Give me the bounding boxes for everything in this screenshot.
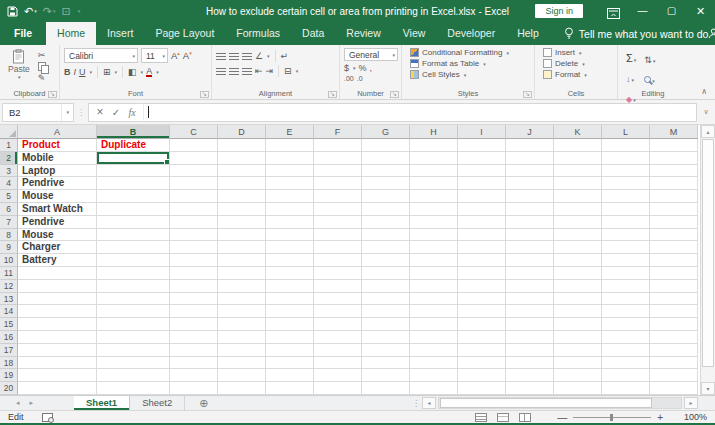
macro-record-icon[interactable] xyxy=(42,413,53,422)
cell-G2[interactable] xyxy=(362,152,410,165)
column-header-G[interactable]: G xyxy=(362,125,410,139)
cell-D13[interactable] xyxy=(218,293,266,306)
cell-K9[interactable] xyxy=(554,241,602,254)
cell-K4[interactable] xyxy=(554,177,602,190)
clipboard-dialog-launcher-icon[interactable]: ↘ xyxy=(48,91,57,98)
formula-bar-splitter[interactable]: ⋮ xyxy=(77,108,85,117)
column-header-M[interactable]: M xyxy=(650,125,698,139)
font-color-icon[interactable]: A xyxy=(146,67,152,77)
paste-button[interactable]: Paste ▾ xyxy=(4,48,34,83)
cell-I5[interactable] xyxy=(458,190,506,203)
cell-B14[interactable] xyxy=(97,305,170,318)
cell-J1[interactable] xyxy=(506,139,554,152)
cell-E1[interactable] xyxy=(266,139,314,152)
cell-A4[interactable]: Pendrive xyxy=(18,177,97,190)
cell-D19[interactable] xyxy=(218,369,266,382)
tab-developer[interactable]: Developer xyxy=(436,22,506,45)
cell-A6[interactable]: Smart Watch xyxy=(18,203,97,216)
new-sheet-icon[interactable]: ⊕ xyxy=(199,396,208,410)
column-header-D[interactable]: D xyxy=(218,125,266,139)
cell-M1[interactable] xyxy=(650,139,698,152)
cell-H7[interactable] xyxy=(410,216,458,229)
cell-D11[interactable] xyxy=(218,267,266,280)
cell-F7[interactable] xyxy=(314,216,362,229)
cut-icon[interactable]: ✂ xyxy=(38,50,46,60)
cell-A5[interactable]: Mouse xyxy=(18,190,97,203)
cell-D4[interactable] xyxy=(218,177,266,190)
row-header-20[interactable]: 20 xyxy=(0,382,18,395)
zoom-level[interactable]: 100% xyxy=(677,412,707,422)
sheet-tab-sheet2[interactable]: Sheet2 xyxy=(130,396,185,410)
cell-E4[interactable] xyxy=(266,177,314,190)
cell-I14[interactable] xyxy=(458,305,506,318)
cell-F18[interactable] xyxy=(314,357,362,370)
cell-A13[interactable] xyxy=(18,293,97,306)
cell-M12[interactable] xyxy=(650,280,698,293)
cell-H17[interactable] xyxy=(410,344,458,357)
cell-A12[interactable] xyxy=(18,280,97,293)
cell-G4[interactable] xyxy=(362,177,410,190)
cell-G18[interactable] xyxy=(362,357,410,370)
cell-E12[interactable] xyxy=(266,280,314,293)
sort-filter-button[interactable]: ⇅▾ xyxy=(644,49,655,67)
format-as-table-button[interactable]: Format as Table ▾ xyxy=(410,59,532,68)
formula-input[interactable] xyxy=(143,103,697,122)
cell-J16[interactable] xyxy=(506,331,554,344)
cell-F5[interactable] xyxy=(314,190,362,203)
scroll-right-icon[interactable]: ▸ xyxy=(684,397,698,409)
cell-H15[interactable] xyxy=(410,318,458,331)
row-header-1[interactable]: 1 xyxy=(0,139,18,152)
cell-F13[interactable] xyxy=(314,293,362,306)
cell-A7[interactable]: Pendrive xyxy=(18,216,97,229)
borders-icon[interactable]: ⊞ xyxy=(103,67,111,77)
cell-G15[interactable] xyxy=(362,318,410,331)
collapse-ribbon-icon[interactable]: ∧ xyxy=(701,87,707,96)
cell-C8[interactable] xyxy=(170,229,218,242)
cell-G16[interactable] xyxy=(362,331,410,344)
cell-H16[interactable] xyxy=(410,331,458,344)
cell-A19[interactable] xyxy=(18,369,97,382)
cell-F14[interactable] xyxy=(314,305,362,318)
cell-I19[interactable] xyxy=(458,369,506,382)
row-header-16[interactable]: 16 xyxy=(0,331,18,344)
cell-M8[interactable] xyxy=(650,229,698,242)
cell-J6[interactable] xyxy=(506,203,554,216)
cell-F11[interactable] xyxy=(314,267,362,280)
row-header-18[interactable]: 18 xyxy=(0,357,18,370)
horizontal-scrollbar[interactable]: ⋮ ◂ ▸ xyxy=(412,396,700,410)
cell-H14[interactable] xyxy=(410,305,458,318)
number-format-select[interactable]: General▾ xyxy=(344,48,398,61)
scroll-left-icon[interactable]: ◂ xyxy=(422,397,436,409)
cell-G1[interactable] xyxy=(362,139,410,152)
cell-G12[interactable] xyxy=(362,280,410,293)
cell-M17[interactable] xyxy=(650,344,698,357)
cell-L16[interactable] xyxy=(602,331,650,344)
cell-I12[interactable] xyxy=(458,280,506,293)
cell-K3[interactable] xyxy=(554,165,602,178)
cell-D1[interactable] xyxy=(218,139,266,152)
bold-button[interactable]: B xyxy=(64,67,71,77)
cell-M10[interactable] xyxy=(650,254,698,267)
cell-H9[interactable] xyxy=(410,241,458,254)
cell-E17[interactable] xyxy=(266,344,314,357)
cell-C1[interactable] xyxy=(170,139,218,152)
cell-E19[interactable] xyxy=(266,369,314,382)
underline-button[interactable]: U xyxy=(79,67,86,77)
cell-E8[interactable] xyxy=(266,229,314,242)
cell-F2[interactable] xyxy=(314,152,362,165)
decrease-indent-icon[interactable]: ⇤ xyxy=(255,66,263,76)
cell-J11[interactable] xyxy=(506,267,554,280)
cell-L5[interactable] xyxy=(602,190,650,203)
sheet-tab-sheet1[interactable]: Sheet1 xyxy=(74,396,130,410)
cell-H3[interactable] xyxy=(410,165,458,178)
cell-E2[interactable] xyxy=(266,152,314,165)
cell-K2[interactable] xyxy=(554,152,602,165)
tab-home[interactable]: Home xyxy=(46,22,96,45)
cell-A10[interactable]: Battery xyxy=(18,254,97,267)
cell-I2[interactable] xyxy=(458,152,506,165)
cell-B18[interactable] xyxy=(97,357,170,370)
cell-M14[interactable] xyxy=(650,305,698,318)
expand-formula-bar-icon[interactable]: ∨ xyxy=(697,108,715,116)
row-header-12[interactable]: 12 xyxy=(0,280,18,293)
cell-C19[interactable] xyxy=(170,369,218,382)
